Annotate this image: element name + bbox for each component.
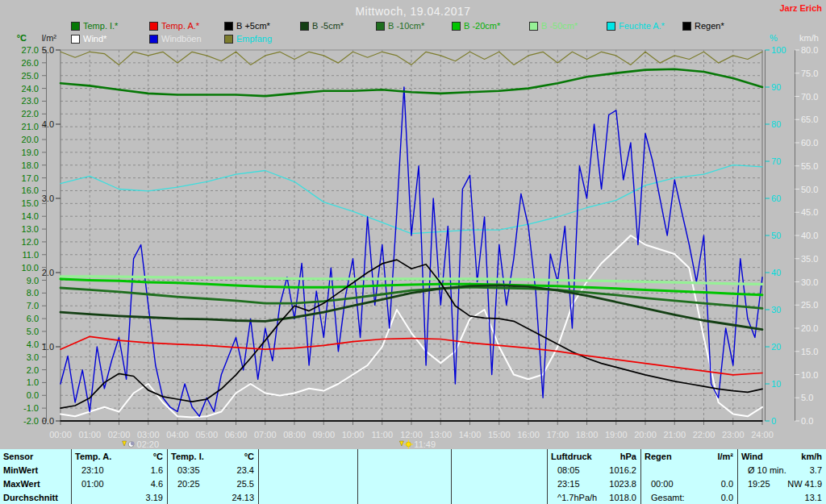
wind-tick-label: 0.0 bbox=[801, 416, 813, 426]
time-tick-label: 06:00 bbox=[225, 430, 248, 439]
table-luftdruck-max-time: 23:15 bbox=[551, 479, 580, 489]
table-cell-luftdruck-head: LuftdruckhPa bbox=[547, 449, 640, 463]
wind-tick-label: 35.0 bbox=[801, 254, 818, 264]
table-cell-temp-a-avg: 3.19 bbox=[71, 490, 167, 504]
wind-tick-label: 10.0 bbox=[801, 370, 818, 380]
table-temp-a-avg-value: 3.19 bbox=[146, 493, 163, 502]
table-regen-avg-time: Gesamt: bbox=[645, 493, 685, 502]
temp-tick-label: 19.0 bbox=[22, 148, 39, 157]
table-regen-max-value: 0.0 bbox=[721, 479, 733, 489]
table-cell-empty-1-head bbox=[258, 449, 357, 463]
table-luftdruck-head-value: hPa bbox=[620, 452, 636, 461]
time-tick-label: 24:00 bbox=[751, 430, 774, 439]
time-tick-label: 00:00 bbox=[49, 430, 72, 439]
table-regen-head-value: l/m² bbox=[717, 452, 733, 461]
table-temp-i-head-time: Temp. I. bbox=[171, 452, 204, 461]
table-wind-head-value: km/h bbox=[801, 452, 822, 461]
table-cell-regen-avg: Gesamt:0.0 bbox=[640, 490, 737, 504]
rain-tick-label: 0.0 bbox=[42, 416, 54, 426]
temp-tick-label: 15.0 bbox=[22, 198, 39, 208]
time-tick-label: 19:00 bbox=[605, 430, 628, 439]
table-luftdruck-avg-time: ^1.7hPa/h bbox=[551, 493, 597, 502]
temp-axis-unit: °C bbox=[17, 33, 27, 43]
humidity-tick-label: 100 bbox=[771, 45, 786, 55]
temp-tick-label: 24.0 bbox=[22, 84, 39, 94]
weather-chart: 27.026.025.024.023.022.021.020.019.018.0… bbox=[0, 0, 826, 449]
rain-tick-label: 1.0 bbox=[42, 342, 54, 352]
table-luftdruck-min-value: 1016.2 bbox=[609, 465, 636, 475]
table-cell-luftdruck-max: 23:151023.8 bbox=[547, 477, 640, 490]
sun-marker-icon bbox=[406, 442, 411, 447]
wind-tick-label: 60.0 bbox=[801, 138, 818, 148]
wind-tick-label: 80.0 bbox=[801, 45, 818, 55]
moon-marker-arrow-icon bbox=[123, 441, 127, 446]
table-cell-empty-3-min bbox=[451, 463, 547, 477]
table-cell-empty-1-max bbox=[258, 477, 357, 490]
humidity-tick-label: 10 bbox=[771, 379, 781, 389]
table-temp-i-min-time: 03:35 bbox=[171, 465, 200, 475]
temp-tick-label: 7.0 bbox=[27, 301, 39, 310]
humidity-tick-label: 30 bbox=[771, 305, 781, 314]
table-cell-empty-1-min bbox=[258, 463, 357, 477]
rain-tick-label: 4.0 bbox=[42, 119, 54, 129]
temp-tick-label: 11.0 bbox=[22, 250, 39, 260]
table-regen-head-time: Regen bbox=[645, 452, 672, 461]
table-cell-empty-2-min bbox=[357, 463, 451, 477]
time-tick-label: 08:00 bbox=[283, 430, 306, 439]
table-temp-a-min-value: 1.6 bbox=[151, 465, 163, 475]
temp-tick-label: 13.0 bbox=[22, 224, 39, 234]
table-luftdruck-avg-value: 1018.0 bbox=[609, 493, 636, 502]
table-temp-i-max-value: 25.5 bbox=[237, 479, 254, 489]
table-wind-max-value: NW 41.9 bbox=[787, 479, 822, 489]
time-tick-label: 12:00 bbox=[400, 430, 423, 439]
temp-tick-label: 8.0 bbox=[27, 288, 39, 298]
table-cell-luftdruck-min: 08:051016.2 bbox=[547, 463, 640, 477]
rain-tick-label: 2.0 bbox=[42, 268, 54, 277]
temp-tick-label: 3.0 bbox=[27, 352, 39, 362]
table-cell-regen-head: Regenl/m² bbox=[640, 449, 737, 463]
time-tick-label: 09:00 bbox=[312, 430, 335, 439]
table-cell-empty-3-max bbox=[451, 477, 547, 490]
table-temp-i-head-value: °C bbox=[244, 452, 254, 461]
wind-tick-label: 40.0 bbox=[801, 231, 818, 240]
rain-tick-label: 5.0 bbox=[42, 45, 54, 55]
time-tick-label: 10:00 bbox=[342, 430, 365, 439]
time-tick-label: 20:00 bbox=[634, 430, 657, 439]
time-tick-label: 03:00 bbox=[137, 430, 160, 439]
temp-tick-label: 20.0 bbox=[22, 135, 39, 144]
time-tick-label: 07:00 bbox=[254, 430, 277, 439]
humidity-axis-unit: % bbox=[770, 33, 778, 43]
table-luftdruck-min-time: 08:05 bbox=[551, 465, 580, 475]
table-cell-wind-max: 19:25NW 41.9 bbox=[737, 477, 826, 490]
time-tick-label: 01:00 bbox=[78, 430, 101, 439]
table-temp-a-head-value: °C bbox=[153, 452, 163, 461]
temp-tick-label: 5.0 bbox=[27, 327, 39, 336]
temp-tick-label: 22.0 bbox=[22, 109, 39, 119]
temp-tick-label: 21.0 bbox=[22, 122, 39, 131]
wind-tick-label: 20.0 bbox=[801, 323, 818, 333]
time-tick-label: 04:00 bbox=[166, 430, 189, 439]
table-row-label-min: MinWert bbox=[0, 463, 71, 477]
table-wind-min-value: 3.7 bbox=[810, 465, 822, 475]
temp-tick-label: 10.0 bbox=[22, 263, 39, 273]
temp-tick-label: 9.0 bbox=[27, 276, 39, 285]
wind-tick-label: 75.0 bbox=[801, 69, 818, 78]
table-cell-regen-max: 00:000.0 bbox=[640, 477, 737, 490]
table-cell-temp-i-avg: 24.13 bbox=[167, 490, 258, 504]
table-cell-regen-min bbox=[640, 463, 737, 477]
wind-tick-label: 25.0 bbox=[801, 300, 818, 310]
table-cell-temp-i-min: 03:3523.4 bbox=[167, 463, 258, 477]
wind-tick-label: 5.0 bbox=[801, 393, 813, 402]
humidity-tick-label: 90 bbox=[771, 82, 781, 92]
table-temp-a-max-time: 01:00 bbox=[75, 479, 104, 489]
table-cell-luftdruck-avg: ^1.7hPa/h1018.0 bbox=[547, 490, 640, 504]
table-temp-i-avg-value: 24.13 bbox=[232, 493, 254, 502]
stats-table: SensorTemp. A.°CTemp. I.°CLuftdruckhPaRe… bbox=[0, 449, 826, 504]
wind-tick-label: 50.0 bbox=[801, 185, 818, 194]
table-cell-temp-a-head: Temp. A.°C bbox=[71, 449, 167, 463]
temp-tick-label: 26.0 bbox=[22, 58, 39, 68]
moon-marker-crescent bbox=[131, 442, 135, 446]
table-row-label-head: Sensor bbox=[0, 449, 71, 463]
table-row-label-max: MaxWert bbox=[0, 477, 71, 490]
time-tick-label: 17:00 bbox=[546, 430, 569, 439]
